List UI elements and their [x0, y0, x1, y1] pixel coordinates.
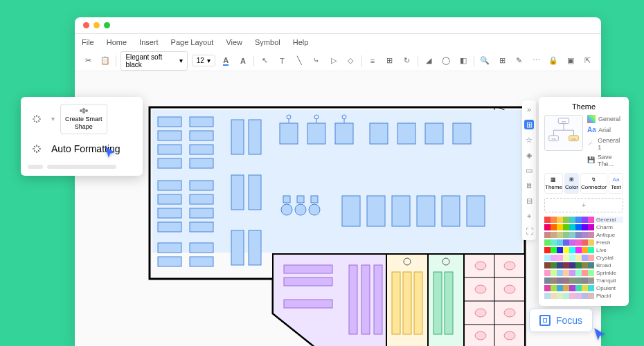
svg-point-82: [82, 108, 85, 111]
zoom-icon[interactable]: 🔍: [478, 54, 492, 68]
layers-icon[interactable]: ▣: [564, 54, 578, 68]
palette-sprinkle[interactable]: Sprinkle: [544, 270, 623, 276]
menu-view[interactable]: View: [226, 38, 242, 46]
page-icon[interactable]: ▭: [524, 165, 534, 175]
fill-icon[interactable]: ◢: [422, 54, 436, 68]
bold-icon[interactable]: A: [237, 54, 250, 68]
svg-rect-45: [311, 196, 318, 203]
svg-rect-18: [158, 257, 181, 266]
svg-point-41: [295, 204, 306, 215]
cursor-icon: [104, 145, 118, 159]
tab-connector[interactable]: ↯Connector: [580, 173, 607, 194]
pointer-icon[interactable]: ▷: [327, 54, 340, 68]
svg-rect-6: [190, 131, 213, 140]
dropdown-icon[interactable]: ▾: [51, 115, 55, 122]
focus-button[interactable]: Focus: [529, 309, 593, 332]
svg-rect-61: [392, 272, 400, 334]
pen-icon[interactable]: ✎: [512, 54, 526, 68]
format-slider[interactable]: [28, 165, 136, 169]
palette-crystal[interactable]: Crystal: [544, 255, 623, 261]
svg-rect-2: [158, 131, 181, 140]
menu-home[interactable]: Home: [107, 38, 127, 46]
svg-rect-17: [158, 243, 181, 253]
rotate-icon[interactable]: ↻: [400, 54, 413, 68]
export-icon[interactable]: ⇱: [581, 54, 594, 68]
star-icon[interactable]: ☆: [524, 135, 534, 145]
distribute-icon[interactable]: ⊞: [383, 54, 396, 68]
ruler-icon[interactable]: ⊟: [524, 196, 534, 206]
svg-rect-26: [249, 230, 261, 265]
right-tool-strip: » ⊞ ☆ ◈ ▭ 🗎 ⊟ ⌖ ⛶: [522, 100, 536, 240]
line-icon[interactable]: ╲: [293, 54, 306, 68]
tab-text[interactable]: AaText: [609, 173, 623, 194]
font-size[interactable]: 12▾: [192, 55, 215, 66]
palette-tranquil[interactable]: Tranquil: [544, 277, 623, 284]
fullscreen-icon[interactable]: ⛶: [524, 226, 534, 236]
svg-rect-9: [158, 181, 181, 190]
menu-insert[interactable]: Insert: [139, 38, 159, 46]
auto-formatting-button[interactable]: Auto Formatting: [28, 140, 136, 158]
crop-icon[interactable]: ◧: [456, 54, 469, 68]
font-color-icon[interactable]: A: [220, 54, 233, 68]
target-icon[interactable]: ⌖: [524, 211, 534, 221]
lock-icon[interactable]: 🔒: [547, 54, 560, 68]
theme-tool-icon[interactable]: ⊞: [524, 120, 534, 129]
palette-fresh[interactable]: Fresh: [544, 239, 623, 246]
text-icon[interactable]: T: [276, 54, 289, 68]
palette-general[interactable]: General: [544, 217, 623, 223]
theme-opt-general1[interactable]: ⟋General 1: [587, 137, 623, 151]
create-smart-shape-button[interactable]: Create Smart Shape: [60, 104, 107, 134]
menu-help[interactable]: Help: [293, 38, 309, 46]
svg-rect-46: [342, 196, 360, 226]
svg-rect-22: [249, 120, 261, 154]
svg-rect-39: [453, 123, 471, 144]
tab-color[interactable]: ⊞Color: [564, 173, 579, 194]
svg-rect-44: [297, 196, 304, 203]
svg-rect-15: [190, 208, 213, 218]
menu-symbol[interactable]: Symbol: [255, 38, 280, 46]
shape-icon[interactable]: ◇: [344, 54, 357, 68]
maximize-dot[interactable]: [104, 22, 110, 28]
svg-rect-3: [158, 145, 181, 154]
expand-icon[interactable]: »: [524, 104, 534, 114]
svg-rect-11: [158, 208, 181, 218]
cursor-icon[interactable]: ↖: [258, 54, 271, 68]
theme-opt-general[interactable]: General: [587, 115, 623, 123]
svg-rect-58: [374, 265, 382, 334]
menu-page-layout[interactable]: Page Layout: [171, 38, 214, 46]
cursor-icon: [593, 327, 607, 340]
paste-icon[interactable]: 📋: [99, 54, 112, 68]
floorplan: [148, 106, 526, 346]
palette-charm[interactable]: Charm: [544, 224, 623, 230]
svg-rect-54: [284, 277, 332, 286]
theme-opt-save[interactable]: 💾Save The...: [587, 154, 623, 167]
add-palette-button[interactable]: +: [544, 198, 623, 212]
cut-icon[interactable]: ✂: [82, 54, 95, 68]
svg-point-42: [309, 204, 320, 215]
close-dot[interactable]: [83, 22, 89, 28]
grid-icon[interactable]: ⊞: [496, 54, 509, 68]
palette-opulent[interactable]: Opulent: [544, 285, 623, 291]
menu-file[interactable]: File: [82, 38, 94, 46]
palette-live[interactable]: Live: [544, 247, 623, 253]
theme-opt-arial[interactable]: AaArial: [587, 126, 623, 134]
more-icon[interactable]: ⋯: [530, 54, 543, 68]
tab-theme[interactable]: ▦Theme: [544, 173, 563, 194]
connector-icon[interactable]: ⤷: [310, 54, 323, 68]
sparkle-icon[interactable]: [28, 110, 46, 128]
svg-rect-33: [335, 123, 353, 144]
titlebar: [75, 17, 601, 34]
palette-antique[interactable]: Antique: [544, 232, 623, 238]
doc-icon[interactable]: 🗎: [524, 181, 534, 190]
cube-icon[interactable]: ◈: [524, 150, 534, 160]
palette-placid[interactable]: Placid: [544, 293, 623, 299]
svg-point-79: [475, 331, 486, 340]
stroke-icon[interactable]: ◯: [440, 54, 453, 68]
svg-rect-21: [231, 120, 244, 154]
svg-rect-38: [425, 123, 443, 144]
svg-point-77: [475, 309, 486, 317]
align-icon[interactable]: ≡: [366, 54, 379, 68]
palette-broad[interactable]: Broad: [544, 262, 623, 268]
minimize-dot[interactable]: [93, 22, 100, 28]
font-select[interactable]: Elegant soft black▾: [120, 51, 187, 71]
